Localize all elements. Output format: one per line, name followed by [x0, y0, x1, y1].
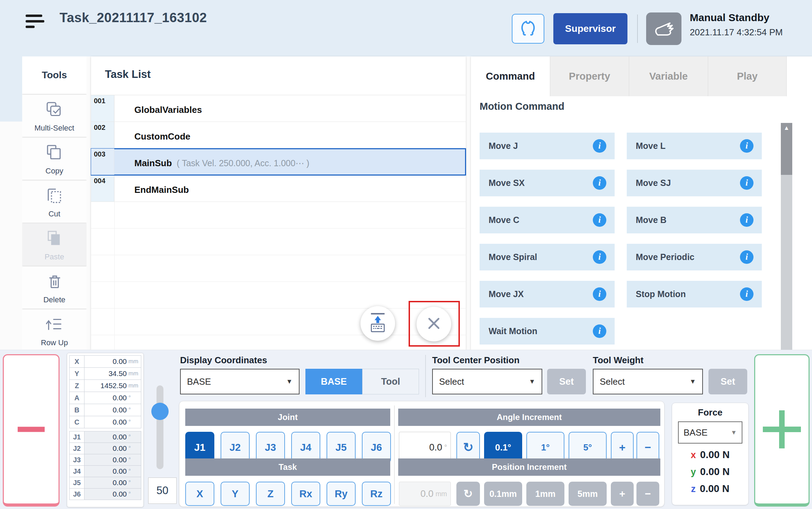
pose-row-y: Y34.50mm — [69, 367, 141, 380]
pose-row-b: B0.00° — [69, 404, 141, 416]
position-reset-button[interactable]: ↻ — [456, 482, 480, 506]
display-coordinates-dropdown[interactable]: BASE ▼ — [180, 369, 300, 394]
tool-weight-set-button[interactable]: Set — [708, 369, 747, 394]
move-b-button[interactable]: Move Bi — [627, 207, 762, 233]
stop-motion-button[interactable]: Stop Motioni — [627, 281, 762, 307]
hamburger-menu-icon[interactable] — [26, 15, 45, 28]
supervisor-label: Supervisor — [565, 23, 616, 34]
coords-toggle-tool[interactable]: Tool — [362, 369, 419, 394]
empty-task-row — [91, 202, 466, 229]
tab-command[interactable]: Command — [471, 56, 550, 96]
command-panel: Command Property Variable Play Motion Co… — [471, 56, 812, 350]
force-panel: Force BASE ▼ x0.00 N y0.00 N z0.00 N — [672, 403, 749, 505]
move-j-button[interactable]: Move Ji — [480, 133, 615, 159]
toolbar-item-multi-select[interactable]: Multi-Select — [22, 95, 87, 137]
toolbar-item-copy[interactable]: Copy — [22, 138, 87, 180]
move-spiral-button[interactable]: Move Spirali — [480, 244, 615, 270]
tab-property[interactable]: Property — [550, 56, 629, 96]
speed-slider-thumb[interactable] — [151, 403, 169, 420]
wait-motion-button[interactable]: Wait Motioni — [480, 318, 615, 345]
task-z-button[interactable]: Z — [256, 482, 285, 506]
task-row-name: GlobalVariables — [134, 105, 202, 115]
coords-toggle-base[interactable]: BASE — [305, 369, 362, 394]
tool-center-position-dropdown[interactable]: Select ▼ — [432, 369, 542, 394]
task-row-name: EndMainSub — [134, 185, 189, 195]
task-ry-button[interactable]: Ry — [327, 482, 356, 506]
tool-weight-dropdown[interactable]: Select ▼ — [593, 369, 703, 394]
task-rx-button[interactable]: Rx — [291, 482, 320, 506]
motion-command-title: Motion Command — [480, 101, 564, 112]
info-icon[interactable]: i — [593, 139, 606, 153]
move-periodic-button[interactable]: Move Periodici — [627, 244, 762, 270]
angle-increment-header: Angle Increment — [398, 409, 660, 426]
toolbar-item-delete[interactable]: Delete — [22, 267, 87, 309]
info-icon[interactable]: i — [593, 176, 606, 190]
speed-value-field[interactable]: 50 — [148, 477, 177, 504]
display-coordinates-label: Display Coordinates — [180, 355, 267, 366]
pose-row-j6: J60.00° — [69, 488, 141, 500]
task-row-004[interactable]: 004 EndMainSub — [91, 175, 466, 202]
move-sj-button[interactable]: Move SJi — [627, 170, 762, 196]
section-divider — [425, 355, 426, 397]
pose-row-j4: J40.00° — [69, 465, 141, 477]
speed-slider-track[interactable] — [157, 385, 163, 469]
task-y-button[interactable]: Y — [221, 482, 250, 506]
scroll-up-arrow-icon[interactable]: ▲ — [781, 123, 792, 133]
move-jx-button[interactable]: Move JXi — [480, 281, 615, 307]
move-c-button[interactable]: Move Ci — [480, 207, 615, 233]
cut-icon — [44, 202, 64, 207]
delete-trash-icon — [44, 287, 64, 293]
force-title: Force — [672, 407, 748, 418]
force-frame-dropdown[interactable]: BASE ▼ — [678, 421, 742, 444]
jog-minus-button[interactable] — [3, 354, 60, 507]
position-plus-button[interactable]: + — [611, 482, 634, 506]
gripper-tool-button[interactable] — [512, 14, 544, 44]
info-icon[interactable]: i — [740, 176, 753, 190]
info-icon[interactable]: i — [740, 250, 753, 264]
task-row-002[interactable]: 002 CustomCode — [91, 122, 466, 149]
pose-row-a: A0.00° — [69, 392, 141, 404]
task-row-001[interactable]: 001 GlobalVariables — [91, 95, 466, 122]
task-row-number: 001 — [94, 97, 105, 105]
position-increment-0-1mm-button[interactable]: 0.1mm — [484, 482, 522, 506]
task-rz-button[interactable]: Rz — [362, 482, 391, 506]
tool-center-position-set-button[interactable]: Set — [547, 369, 586, 394]
toolbar-item-paste[interactable]: Paste — [22, 224, 87, 266]
position-increment-1mm-button[interactable]: 1mm — [526, 482, 564, 506]
position-minus-button[interactable]: − — [636, 482, 659, 506]
scrollbar-track[interactable]: ▲ — [781, 123, 792, 350]
info-icon[interactable]: i — [593, 250, 606, 264]
header-divider — [637, 15, 638, 43]
jog-plus-button[interactable] — [754, 354, 810, 507]
virtual-keyboard-button[interactable] — [360, 306, 395, 341]
move-sx-button[interactable]: Move SXi — [480, 170, 615, 196]
tab-variable[interactable]: Variable — [629, 56, 708, 96]
tab-play[interactable]: Play — [708, 56, 787, 96]
supervisor-button[interactable]: Supervisor — [553, 13, 627, 44]
info-icon[interactable]: i — [740, 287, 753, 301]
task-row-number: 004 — [94, 177, 105, 185]
scrollbar-thumb[interactable]: ▲ — [781, 123, 792, 175]
task-row-detail: ( Task Vel. 250.000, Acc. 1.000⋯ ) — [177, 158, 309, 168]
task-row-name: CustomCode — [134, 131, 190, 142]
info-icon[interactable]: i — [740, 213, 753, 227]
info-icon[interactable]: i — [593, 324, 606, 338]
manual-mode-button[interactable] — [646, 12, 681, 45]
toolbar-item-cut[interactable]: Cut — [22, 181, 87, 223]
task-x-button[interactable]: X — [185, 482, 214, 506]
toolbar-item-row-up[interactable]: Row Up — [22, 310, 87, 350]
position-increment-input[interactable]: 0.0mm — [399, 482, 451, 506]
jog-controls-card: Joint J1 J2 J3 J4 J5 J6 Task X Y Z Rx Ry… — [179, 401, 664, 507]
move-l-button[interactable]: Move Li — [627, 133, 762, 159]
position-increment-5mm-button[interactable]: 5mm — [569, 482, 607, 506]
task-row-003-selected[interactable]: 003 MainSub( Task Vel. 250.000, Acc. 1.0… — [91, 149, 466, 175]
chevron-down-icon: ▼ — [286, 378, 293, 385]
info-icon[interactable]: i — [740, 139, 753, 153]
toolbar-item-label: Copy — [22, 167, 87, 176]
tools-toolbar: Tools Multi-Select Copy — [22, 56, 87, 350]
force-z-row: z0.00 N — [672, 483, 748, 494]
info-icon[interactable]: i — [593, 213, 606, 227]
joint-pose-group: J10.00° J20.00° J30.00° J40.00° J50.00° … — [69, 431, 141, 500]
info-icon[interactable]: i — [593, 287, 606, 301]
task-list-header: Task List — [91, 56, 466, 95]
